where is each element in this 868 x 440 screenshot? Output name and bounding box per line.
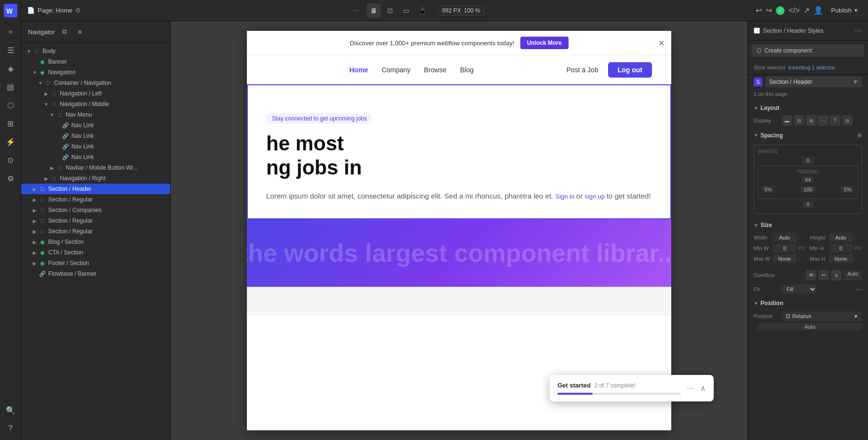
mobile-view-icon[interactable]: 📱 (416, 3, 430, 18)
toast-more-icon[interactable]: ⋯ (687, 384, 694, 393)
height-input[interactable] (829, 233, 853, 242)
tree-item-body[interactable]: ▼ □ Body (21, 46, 170, 56)
nav-browse-link[interactable]: Browse (424, 66, 447, 74)
hero-section[interactable]: Stay connected to get upcoming jobs he m… (247, 84, 671, 219)
overflow-val[interactable]: Auto (843, 270, 862, 280)
toolbar-style-icon[interactable]: ◈ (3, 61, 18, 76)
spacing-more-icon[interactable]: ⊕ (857, 132, 862, 139)
desktop-view-icon[interactable]: 🖥 (366, 3, 381, 18)
style-selector-box[interactable]: Section / Header ▼ (765, 77, 862, 87)
text-icon[interactable]: T (830, 115, 841, 126)
hero-signup-link[interactable]: sign up (584, 193, 605, 200)
margin-top-val[interactable]: 0 (802, 157, 814, 164)
logout-button[interactable]: Log out (608, 62, 652, 78)
tablet-view-icon[interactable]: ⊡ (383, 3, 397, 18)
hero-signin-link[interactable]: Sign in (555, 193, 574, 200)
spacing-box: MARGIN 0 PADDING 64 5% 100 (754, 145, 862, 214)
tree-item-section-regular-3[interactable]: ▶ □ Section / Regular (21, 226, 170, 237)
code-icon[interactable]: </> (788, 6, 800, 15)
toolbar-logic-icon[interactable]: ⚡ (3, 134, 18, 149)
panel-checkbox[interactable] (754, 27, 760, 34)
banner-close-icon[interactable]: ✕ (658, 39, 665, 48)
unlock-more-button[interactable]: Unlock More (520, 37, 569, 49)
navigator-close-icon[interactable]: ✕ (74, 26, 86, 38)
block-icon[interactable]: ▬ (782, 115, 792, 126)
more-options-icon[interactable]: ⋯ (353, 7, 359, 14)
toolbar-help-icon[interactable]: ? (3, 421, 18, 436)
tree-item-nav-menu[interactable]: ▼ □ Nav Menu (21, 109, 170, 120)
tree-item-section-header[interactable]: ▶ □ Section / Header (21, 184, 170, 194)
share-icon[interactable]: ↗ (803, 6, 810, 15)
none-icon[interactable]: ⊘ (842, 115, 853, 126)
overflow-hidden-icon[interactable]: ≡ (831, 270, 841, 280)
tree-item-nav-left[interactable]: ▶ □ Navigation / Left (21, 88, 170, 99)
tree-item-nav-link-2[interactable]: · 🔗 Nav Link (21, 131, 170, 141)
inheriting-label[interactable]: Inheriting 1 selector (788, 65, 835, 70)
tree-item-nav-link-4[interactable]: · 🔗 Nav Link (21, 152, 170, 162)
spacing-arrow-icon[interactable]: ▼ (754, 133, 759, 138)
tree-item-section-regular-2[interactable]: ▶ □ Section / Regular (21, 215, 170, 226)
position-select[interactable]: ⊡ Relative ▼ (782, 311, 862, 321)
fit-more-icon[interactable]: ⋯ (856, 286, 862, 293)
padding-top-val[interactable]: 64 (802, 176, 814, 183)
account-icon[interactable]: 👤 (814, 6, 823, 15)
padding-bottom-val[interactable]: 100 (800, 186, 815, 193)
tree-item-container-nav[interactable]: ▼ □ Container / Navigation (21, 78, 170, 88)
toolbar-layout-icon[interactable]: ⊞ (3, 116, 18, 131)
size-arrow-icon[interactable]: ▼ (754, 223, 759, 228)
tree-item-nav-right[interactable]: ▶ □ Navigation / Right (21, 173, 170, 184)
redo-btn[interactable]: ↪ (766, 6, 772, 15)
tree-item-flowbase-banner[interactable]: · 🔗 Flowbase / Banner (21, 268, 170, 279)
layout-arrow-icon[interactable]: ▼ (754, 106, 759, 111)
page-settings-icon[interactable]: ⚙ (75, 7, 81, 14)
max-w-input[interactable] (773, 254, 797, 263)
toolbar-cms-icon[interactable]: ⊙ (3, 152, 18, 168)
toolbar-settings-icon[interactable]: ⚙ (3, 171, 18, 186)
publish-button[interactable]: Publish ▼ (827, 5, 862, 16)
landscape-view-icon[interactable]: ▭ (399, 3, 414, 18)
save-status-icon: ✓ (776, 6, 785, 15)
toolbar-add-icon[interactable]: ＋ (3, 24, 18, 40)
overflow-visible-icon[interactable]: 👁 (806, 270, 816, 280)
min-h-input[interactable] (829, 244, 853, 253)
nav-blog-link[interactable]: Blog (460, 66, 474, 74)
box-icon-middle: □ (50, 100, 58, 108)
tree-item-navbar-mobile[interactable]: ▶ □ Navbar / Mobile Button Wr... (21, 162, 170, 173)
padding-left-val[interactable]: 5% (761, 186, 775, 193)
tree-item-banner[interactable]: ▶ ◉ Banner (21, 56, 170, 67)
toast-close-icon[interactable]: ∧ (700, 384, 706, 393)
max-h-input[interactable] (829, 254, 853, 263)
grid-icon[interactable]: ⊞ (806, 115, 816, 126)
webflow-logo[interactable]: W (4, 4, 17, 17)
tree-item-blog-section[interactable]: ▶ ◉ Blog / Section (21, 237, 170, 247)
padding-right-val[interactable]: 5% (841, 186, 854, 193)
nav-company-link[interactable]: Company (381, 66, 410, 74)
create-component-button[interactable]: ⬡ Create component (752, 44, 864, 57)
toolbar-asset-icon[interactable]: ▤ (3, 79, 18, 94)
flex-icon[interactable]: ⊟ (794, 115, 804, 126)
margin-bottom-val[interactable]: 0 (802, 201, 814, 208)
undo-btn[interactable]: ↩ (756, 6, 762, 15)
nav-home-link[interactable]: Home (349, 66, 368, 74)
tree-item-section-regular-1[interactable]: ▶ □ Section / Regular (21, 194, 170, 205)
page-label[interactable]: 📄 Page: Home ⚙ (27, 7, 81, 14)
fit-select[interactable]: Fill Contain Cover (781, 284, 816, 294)
position-arrow-icon[interactable]: ▼ (754, 301, 759, 306)
min-w-input[interactable] (773, 244, 797, 253)
overflow-edit-icon[interactable]: ✏ (818, 270, 829, 280)
tree-item-nav-link-1[interactable]: · 🔗 Nav Link (21, 120, 170, 131)
tree-item-cta-section[interactable]: ▶ ◉ CTA / Section (21, 247, 170, 258)
width-input[interactable] (773, 233, 797, 242)
post-job-link[interactable]: Post a Job (567, 66, 598, 74)
tree-item-nav-link-3[interactable]: · 🔗 Nav Link (21, 141, 170, 152)
tree-item-nav-middle[interactable]: ▼ □ Navigation / Middle (21, 99, 170, 109)
panel-more-icon[interactable]: ⋯ (854, 26, 862, 35)
inline-icon[interactable]: ⋯ (818, 115, 828, 126)
tree-item-section-companies[interactable]: ▶ □ Section / Companies (21, 205, 170, 215)
toolbar-component-icon[interactable]: ⬡ (3, 97, 18, 113)
tree-item-footer-section[interactable]: ▶ ◉ Footer / Section (21, 258, 170, 268)
toolbar-nav-icon[interactable]: ☰ (3, 42, 18, 58)
navigator-duplicate-icon[interactable]: ⧉ (59, 26, 70, 38)
toolbar-search-icon[interactable]: 🔍 (3, 402, 18, 418)
tree-item-navigation[interactable]: ▼ ◉ Navigation (21, 67, 170, 78)
